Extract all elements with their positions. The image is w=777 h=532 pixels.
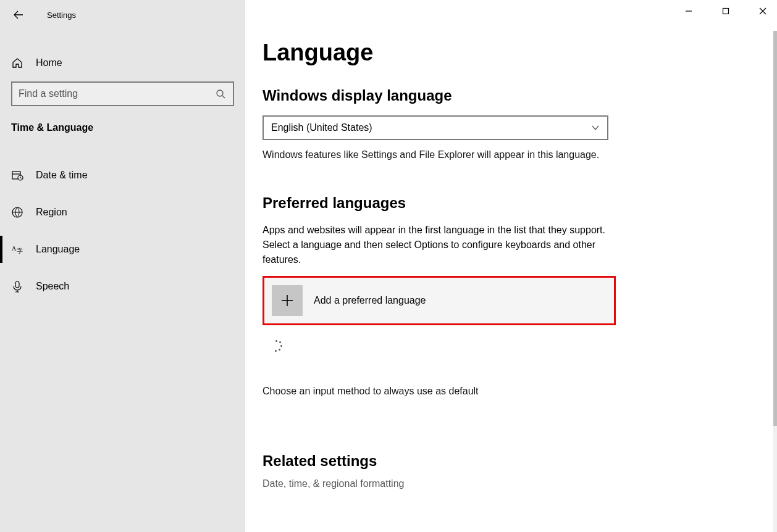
display-language-description: Windows features like Settings and File … <box>262 148 608 162</box>
sidebar: Settings Home Time & Language Date & tim… <box>0 0 245 532</box>
svg-line-1 <box>222 96 225 98</box>
home-icon <box>11 57 25 69</box>
svg-text:字: 字 <box>17 247 23 254</box>
maximize-button[interactable] <box>715 4 736 19</box>
minimize-button[interactable] <box>678 4 699 19</box>
main-content: Language Windows display language Englis… <box>245 0 777 532</box>
loading-spinner-icon <box>271 340 282 351</box>
sidebar-item-date-time[interactable]: Date & time <box>0 157 245 194</box>
globe-icon <box>11 206 25 218</box>
chevron-down-icon <box>591 123 600 132</box>
page-title: Language <box>262 39 752 66</box>
calendar-clock-icon <box>11 169 25 181</box>
display-language-select[interactable]: English (United States) <box>262 115 608 140</box>
sidebar-item-label: Date & time <box>36 170 88 181</box>
sidebar-item-home[interactable]: Home <box>0 44 245 81</box>
svg-rect-10 <box>15 281 19 288</box>
related-link-date-time-regional[interactable]: Date, time, & regional formatting <box>262 478 752 489</box>
sidebar-item-language[interactable]: A字 Language <box>0 231 245 268</box>
plus-icon <box>272 285 303 316</box>
search-icon <box>216 89 227 99</box>
add-preferred-language-button[interactable]: Add a preferred language <box>262 276 616 325</box>
svg-text:A: A <box>12 245 17 252</box>
add-preferred-language-label: Add a preferred language <box>314 295 426 306</box>
sidebar-item-speech[interactable]: Speech <box>0 268 245 305</box>
close-button[interactable] <box>752 4 773 19</box>
sidebar-item-label: Speech <box>36 281 69 292</box>
input-method-link[interactable]: Choose an input method to always use as … <box>262 386 752 397</box>
search-box[interactable] <box>11 81 234 106</box>
search-input[interactable] <box>19 88 216 99</box>
app-title: Settings <box>47 10 76 20</box>
sidebar-item-region[interactable]: Region <box>0 194 245 231</box>
language-icon: A字 <box>11 243 25 256</box>
minimize-icon <box>685 7 692 15</box>
sidebar-item-label: Region <box>36 207 67 218</box>
home-label: Home <box>36 57 62 69</box>
sidebar-category-title: Time & Language <box>0 120 245 146</box>
svg-point-0 <box>217 90 223 96</box>
sidebar-item-label: Language <box>36 244 80 255</box>
back-button[interactable] <box>9 6 28 23</box>
section-title-display-language: Windows display language <box>262 87 752 104</box>
preferred-description: Apps and websites will appear in the fir… <box>262 223 608 267</box>
svg-rect-14 <box>723 9 729 14</box>
close-icon <box>759 7 766 15</box>
section-title-related: Related settings <box>262 452 752 470</box>
back-arrow-icon <box>14 10 23 20</box>
section-title-preferred: Preferred languages <box>262 194 752 212</box>
scrollbar-thumb[interactable] <box>773 31 777 426</box>
display-language-value: English (United States) <box>271 122 372 133</box>
maximize-icon <box>722 7 729 15</box>
microphone-icon <box>11 280 25 293</box>
